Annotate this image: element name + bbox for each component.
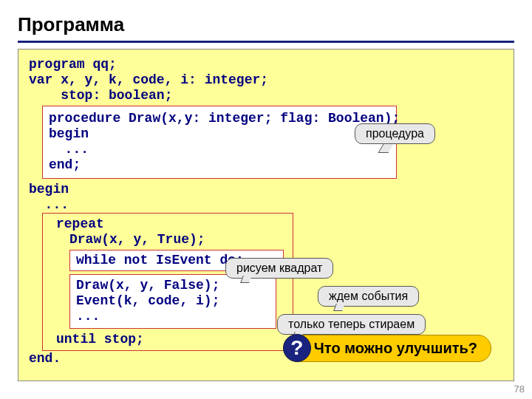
procedure-code: procedure Draw(x,y: integer; flag: Boole…: [49, 111, 390, 174]
repeat-block: repeat Draw(x, y, True); while not IsEve…: [42, 213, 293, 351]
callout-wait-event: ждем события: [318, 286, 419, 307]
code-panel: program qq; var x, y, k, code, i: intege…: [18, 49, 514, 381]
code-line-begin: begin: [29, 182, 503, 197]
code-line-dots: ...: [29, 197, 503, 213]
until-keyword: until stop;: [43, 332, 144, 347]
improve-text: Что можно улучшить?: [314, 340, 477, 356]
code-line-var: var x, y, k, code, i: integer;: [29, 72, 503, 88]
improve-question: ? Что можно улучшить?: [285, 335, 491, 362]
page-number: 78: [514, 383, 525, 395]
title-rule: [18, 41, 514, 43]
repeat-keyword: repeat: [43, 216, 104, 232]
callout-draw-square: рисуем квадрат: [225, 258, 333, 279]
page-title: Программа: [18, 13, 514, 36]
callout-wait-tail: [333, 304, 345, 311]
code-line-program: program qq;: [29, 57, 503, 72]
code-line-stop: stop: boolean;: [29, 88, 503, 103]
draw-false-code: Draw(x, y, False); Event(k, code, i); ..…: [76, 278, 270, 325]
procedure-box: procedure Draw(x,y: integer; flag: Boole…: [42, 106, 397, 179]
draw-true-call: Draw(x, y, True);: [43, 232, 205, 248]
question-mark-icon: ?: [283, 334, 311, 362]
callout-procedure: процедура: [355, 123, 435, 144]
